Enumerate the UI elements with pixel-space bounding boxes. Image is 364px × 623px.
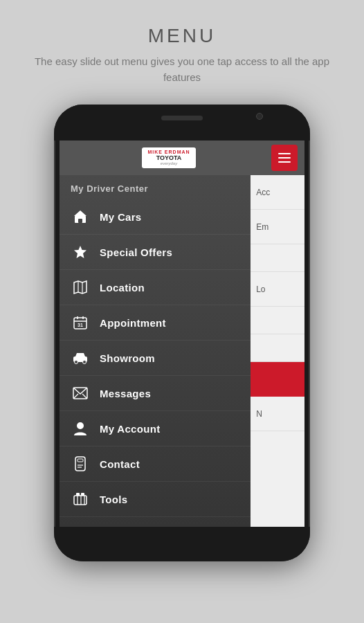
svg-point-18 <box>77 422 84 429</box>
svg-marker-3 <box>74 246 87 258</box>
menu-item-my-cars[interactable]: My Cars <box>60 199 251 235</box>
svg-rect-28 <box>81 493 84 496</box>
menu-item-appointment[interactable]: 31 Appointment <box>60 305 251 341</box>
person-icon <box>71 419 90 438</box>
calendar-icon: 31 <box>71 313 90 332</box>
menu-label-messages: Messages <box>100 388 151 399</box>
right-panel: Acc Em Lo N <box>251 175 304 527</box>
svg-rect-27 <box>76 493 80 496</box>
map-icon <box>71 278 90 297</box>
garage-icon <box>71 207 90 226</box>
menu-item-messages[interactable]: Messages <box>60 376 251 411</box>
hamburger-icon <box>278 153 291 163</box>
menu-label-my-account: My Account <box>100 423 160 435</box>
svg-text:31: 31 <box>78 323 83 327</box>
car-icon <box>71 348 90 368</box>
right-panel-text-4: Lo <box>256 285 265 294</box>
right-panel-item-3 <box>251 244 304 272</box>
svg-rect-20 <box>78 459 83 462</box>
menu-label-special-offers: Special Offers <box>100 246 172 258</box>
right-panel-text-2: Em <box>256 222 269 232</box>
menu-item-my-account[interactable]: My Account <box>60 411 251 446</box>
phone-camera <box>256 113 263 120</box>
svg-point-14 <box>83 361 87 364</box>
svg-line-16 <box>73 394 78 399</box>
tools-icon <box>71 489 90 509</box>
menu-section-label: My Driver Center <box>60 175 251 199</box>
phone-top-bar <box>54 105 310 141</box>
phone-frame: MIKE ERDMAN TOYOTA everyday Acc Em <box>54 105 310 561</box>
menu-item-special-offers[interactable]: Special Offers <box>60 235 251 270</box>
menu-label-location: Location <box>100 282 145 294</box>
right-panel-item-6 <box>251 334 304 362</box>
star-icon <box>71 242 90 262</box>
svg-marker-1 <box>74 210 87 216</box>
svg-rect-2 <box>78 219 82 223</box>
svg-point-13 <box>75 361 78 364</box>
menu-panel: My Driver Center My Cars <box>60 175 251 527</box>
right-panel-text-1: Acc <box>256 188 270 197</box>
svg-marker-4 <box>74 281 87 294</box>
screen-header: MIKE ERDMAN TOYOTA everyday <box>60 141 304 175</box>
hamburger-button[interactable] <box>271 145 298 171</box>
logo-line2: TOYOTA <box>156 155 182 162</box>
logo-box: MIKE ERDMAN TOYOTA everyday <box>142 147 195 168</box>
svg-line-17 <box>82 394 87 399</box>
right-panel-item-5 <box>251 307 304 334</box>
menu-label-appointment: Appointment <box>100 317 166 329</box>
menu-item-location[interactable]: Location <box>60 270 251 305</box>
right-panel-red <box>251 362 304 397</box>
menu-label-contact: Contact <box>100 458 140 470</box>
envelope-icon <box>71 383 90 403</box>
contact-icon <box>71 454 90 473</box>
right-panel-item-2: Em <box>251 210 304 244</box>
menu-label-my-cars: My Cars <box>100 211 141 223</box>
menu-label-tools: Tools <box>100 494 127 505</box>
right-panel-item-4: Lo <box>251 272 304 307</box>
page-title: MENU <box>148 25 216 47</box>
page-subtitle: The easy slide out menu gives you one ta… <box>0 54 364 85</box>
logo-area: MIKE ERDMAN TOYOTA everyday <box>66 147 271 168</box>
menu-item-showroom[interactable]: Showroom <box>60 341 251 376</box>
phone-screen: MIKE ERDMAN TOYOTA everyday Acc Em <box>60 141 304 527</box>
menu-item-tools[interactable]: Tools <box>60 482 251 517</box>
logo-line3: everyday <box>161 161 177 166</box>
menu-label-showroom: Showroom <box>100 352 155 364</box>
phone-bottom-bar <box>54 527 310 561</box>
right-panel-item-1: Acc <box>251 175 304 210</box>
phone-speaker <box>161 116 203 120</box>
right-panel-text-8: N <box>256 409 262 419</box>
right-panel-item-8: N <box>251 397 304 431</box>
menu-item-contact[interactable]: Contact <box>60 446 251 482</box>
